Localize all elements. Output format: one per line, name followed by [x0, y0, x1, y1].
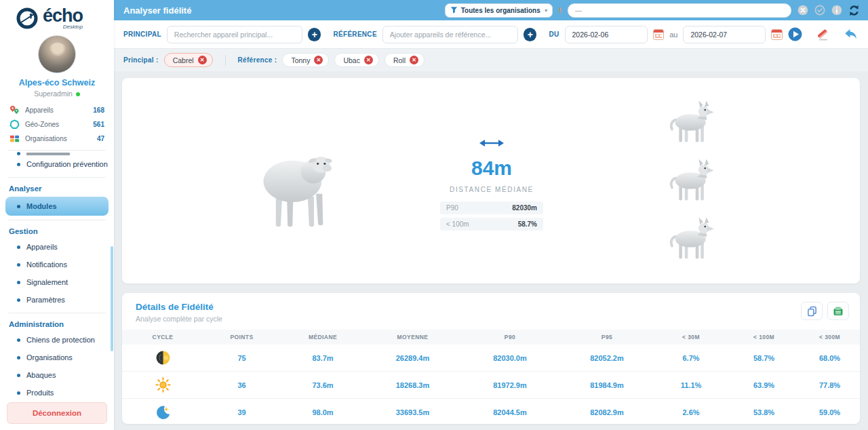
sidebar-item-appareils[interactable]: Appareils — [0, 238, 114, 256]
logout-button[interactable]: Déconnexion — [7, 402, 107, 424]
sidebar-scrollbar[interactable] — [111, 246, 113, 351]
sidebar-menu: Configuration prévention Analyser Module… — [0, 151, 114, 402]
cell-p95: 81984.9m — [560, 381, 654, 389]
cell-moyenne: 33693.5m — [366, 408, 460, 416]
table-row[interactable]: 75 83.7m 26289.4m 82030.0m 82052.2m 6.7%… — [122, 345, 860, 372]
export-excel-icon — [833, 306, 844, 317]
table-row[interactable]: 36 73.6m 18268.3m 81972.9m 81984.9m 11.1… — [122, 372, 860, 399]
user-avatar[interactable] — [38, 35, 76, 73]
cell-lt100m: 53.8% — [728, 408, 800, 416]
cell-points: 36 — [203, 381, 280, 389]
dog-3d-model — [665, 154, 720, 205]
chip-reference[interactable]: Tonny ✕ — [282, 53, 329, 67]
sidebar-item-abaques[interactable]: Abaques — [0, 366, 114, 384]
main-content: 84m DISTANCE MÉDIANE P90 82030m < 100m 5… — [114, 71, 868, 430]
stat-value: 47 — [97, 135, 104, 142]
copy-button[interactable] — [801, 302, 823, 320]
brand-sub: Desktop — [43, 24, 83, 30]
cell-moyenne: 26289.4m — [366, 354, 460, 362]
cell-lt300m: 59.0% — [800, 408, 860, 416]
dog-3d-model — [665, 212, 720, 263]
cell-mediane: 83.7m — [280, 354, 366, 362]
col-mediane[interactable]: MÉDIANE — [280, 334, 366, 340]
principal-search-input[interactable] — [167, 26, 302, 43]
sheep-3d-model — [251, 132, 344, 237]
export-button[interactable] — [827, 302, 849, 320]
sidebar-item-notifications[interactable]: Notifications — [0, 256, 114, 273]
sidebar-item-organisations[interactable]: Organisations — [0, 349, 114, 366]
chip-reference[interactable]: Roll ✕ — [384, 53, 425, 67]
active-filters-bar: Principal : Cabrel ✕ Référence : Tonny ✕… — [114, 49, 868, 71]
sidebar-stats: Appareils 168 Géo-Zones 561 Organisation… — [8, 103, 106, 146]
table-row[interactable]: 39 98.0m 33693.5m 82044.5m 82082.9m 2.6%… — [122, 399, 860, 426]
date-from-input[interactable] — [565, 26, 648, 43]
cell-points: 75 — [203, 354, 280, 362]
add-reference-button[interactable]: + — [524, 28, 536, 41]
col-lt30m[interactable]: < 30M — [654, 334, 728, 340]
sidebar-item-chiens-de-protection[interactable]: Chiens de protection — [0, 331, 114, 349]
cell-mediane: 73.6m — [280, 381, 366, 389]
summary-stat-p90: P90 82030m — [440, 201, 543, 214]
sidebar-item-clipped[interactable] — [0, 151, 114, 155]
sun-icon — [155, 377, 171, 393]
calendar-icon[interactable] — [771, 29, 783, 40]
sidebar-item-modules[interactable]: Modules — [5, 197, 108, 216]
col-cycle[interactable]: CYCLE — [122, 334, 203, 340]
app-logo: écho Desktop — [0, 0, 114, 32]
cell-p90: 81972.9m — [460, 381, 560, 389]
date-to-label: au — [669, 31, 677, 39]
echo-logo-icon — [15, 6, 39, 31]
page-title: Analyser fidélité — [123, 5, 191, 16]
fidelity-visualization-card: 84m DISTANCE MÉDIANE P90 82030m < 100m 5… — [122, 78, 860, 284]
remove-chip-icon[interactable]: ✕ — [364, 56, 373, 64]
stat-appareils[interactable]: Appareils 168 — [8, 103, 106, 117]
refresh-button[interactable] — [848, 5, 860, 16]
col-moyenne[interactable]: MOYENNE — [366, 334, 460, 340]
reference-search-input[interactable] — [382, 26, 518, 43]
fidelity-details-card: Détails de Fidélité Analyse complète par… — [122, 293, 860, 424]
info-button[interactable] — [831, 5, 842, 16]
chip-reference[interactable]: Ubac ✕ — [334, 53, 379, 67]
global-search-input[interactable] — [568, 3, 791, 18]
sidebar-item-configuration-prevention[interactable]: Configuration prévention — [0, 155, 114, 173]
col-points[interactable]: POINTS — [203, 334, 280, 340]
clear-filters-button[interactable] — [816, 28, 830, 41]
date-to-input[interactable] — [683, 26, 766, 43]
cell-moyenne: 18268.3m — [366, 381, 460, 389]
refresh-icon — [848, 5, 860, 16]
run-analysis-button[interactable] — [788, 27, 802, 41]
calendar-icon[interactable] — [653, 29, 665, 40]
col-lt100m[interactable]: < 100M — [728, 334, 800, 340]
clear-button[interactable] — [797, 5, 808, 16]
add-principal-button[interactable]: + — [308, 28, 321, 41]
sidebar-item-produits[interactable]: Produits — [0, 384, 114, 402]
section-gestion: Gestion — [0, 220, 114, 238]
sidebar-item-parametres[interactable]: Paramètres — [0, 291, 114, 309]
median-distance-value: 84m — [427, 157, 556, 180]
col-lt300m[interactable]: < 300M — [800, 334, 860, 340]
bullet-dot — [17, 263, 20, 267]
chips-principal-label: Principal : — [123, 56, 159, 64]
bullet-dot — [17, 281, 20, 284]
stat-geozones[interactable]: Géo-Zones 561 — [8, 117, 106, 132]
reference-label: RÉFÉRENCE — [333, 31, 376, 38]
principal-label: PRINCIPAL — [123, 31, 161, 38]
col-p90[interactable]: P90 — [460, 334, 560, 340]
cell-p95: 82052.2m — [560, 354, 654, 362]
undo-arrow-icon — [844, 28, 857, 40]
sidebar-item-signalement[interactable]: Signalement — [0, 273, 114, 291]
bullet-dot — [17, 338, 20, 342]
undo-button[interactable] — [844, 28, 857, 40]
stat-organisations[interactable]: Organisations 47 — [8, 132, 106, 146]
validate-button[interactable] — [814, 5, 825, 16]
brand-name: écho — [43, 7, 83, 24]
organisation-select[interactable]: Toutes les organisations ▼ — [445, 3, 553, 18]
remove-chip-icon[interactable]: ✕ — [410, 56, 418, 64]
cell-lt30m: 2.6% — [654, 408, 728, 416]
remove-chip-icon[interactable]: ✕ — [198, 56, 207, 64]
stat-value: 561 — [93, 121, 104, 128]
col-p95[interactable]: P95 — [560, 334, 654, 340]
remove-chip-icon[interactable]: ✕ — [314, 56, 323, 64]
geozone-polygon-icon — [9, 119, 20, 130]
chip-principal[interactable]: Cabrel ✕ — [164, 53, 213, 67]
